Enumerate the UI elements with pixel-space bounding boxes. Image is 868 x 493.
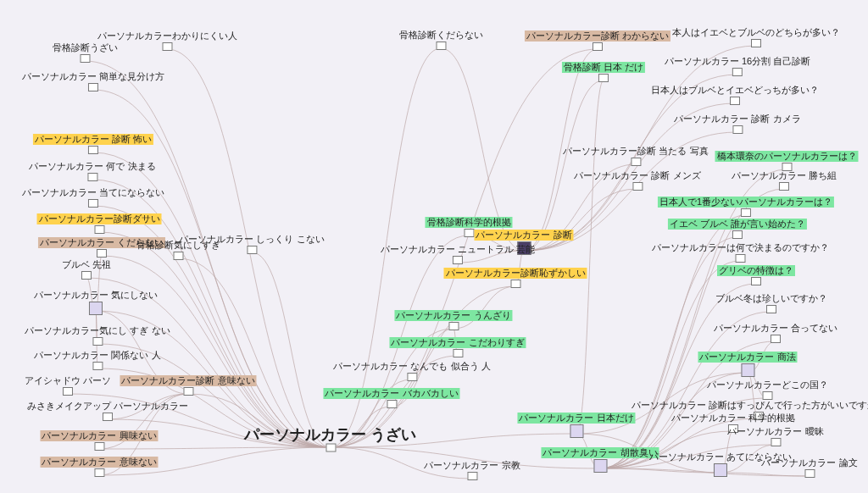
node-handle[interactable] (593, 42, 603, 51)
graph-node[interactable]: パーソナルカラー 16分割 自己診断 (663, 56, 812, 76)
graph-node[interactable]: パーソナルカラーは何で決まるのですか？ (650, 242, 831, 263)
graph-node[interactable]: パーソナルカラー 簡単な見分け方 (20, 71, 166, 91)
node-handle[interactable] (771, 438, 781, 446)
graph-node[interactable]: パーソナルカラー バカバカしい (323, 388, 459, 408)
graph-node[interactable]: 骨格診断 日本 だけ (562, 62, 645, 82)
graph-node[interactable]: パーソナルカラー気にし すぎ ない (23, 325, 171, 346)
node-handle[interactable] (510, 280, 520, 288)
graph-node[interactable]: ブルベ冬は珍しいですか？ (714, 293, 829, 313)
node-handle[interactable] (407, 373, 417, 381)
node-handle[interactable] (453, 349, 463, 357)
node-handle[interactable] (735, 254, 745, 263)
node-handle[interactable] (63, 387, 73, 396)
node-handle[interactable] (762, 391, 772, 400)
node-handle[interactable] (751, 277, 761, 285)
graph-node[interactable]: パーソナルカラー 論文 (760, 457, 859, 478)
graph-node[interactable]: パーソナルカラー 宗教 (422, 460, 521, 480)
node-handle[interactable] (779, 182, 789, 191)
graph-node[interactable]: パーソナルカラー うんざり (394, 310, 512, 330)
graph-node[interactable]: パーソナルカラー 気にしない (32, 290, 159, 315)
node-handle[interactable] (453, 256, 463, 264)
node-handle[interactable] (326, 444, 336, 452)
graph-node[interactable]: パーソナルカラー なんでも 似合う 人 (331, 361, 492, 381)
node-label: パーソナルカラー 16分割 自己診断 (663, 56, 812, 67)
node-handle[interactable] (162, 42, 172, 51)
node-handle[interactable] (631, 158, 641, 166)
node-handle[interactable] (183, 387, 193, 396)
node-handle[interactable] (103, 413, 113, 421)
node-handle[interactable] (570, 424, 583, 438)
node-handle[interactable] (80, 54, 90, 63)
graph-node[interactable]: パーソナルカラー診断ダサい (37, 213, 162, 234)
node-handle[interactable] (804, 469, 815, 478)
graph-node[interactable]: 骨格診断くだらない (398, 30, 485, 50)
graph-node[interactable]: パーソナルカラー 商法 (698, 352, 797, 377)
graph-node[interactable]: パーソナルカラー 意味ない (40, 457, 158, 477)
node-handle[interactable] (741, 208, 751, 217)
node-handle[interactable] (92, 362, 103, 370)
node-handle[interactable] (714, 463, 727, 477)
node-handle[interactable] (87, 173, 97, 181)
node-handle[interactable] (766, 305, 776, 313)
graph-node[interactable]: パーソナルカラー 興味ない (40, 430, 158, 451)
node-handle[interactable] (94, 225, 104, 234)
node-handle[interactable] (593, 459, 607, 473)
node-handle[interactable] (448, 322, 459, 330)
node-label: パーソナルカラー 診断 カメラ (672, 114, 802, 125)
graph-node[interactable]: パーソナルカラー 合ってない (712, 323, 839, 343)
graph-node[interactable]: 日本人はブルベとイエベどっちが多い？ (649, 85, 821, 105)
graph-node[interactable]: パーソナルカラー診断 当たる 写真 (561, 146, 709, 166)
graph-node[interactable]: パーソナルカラー 診断 怖い (33, 134, 153, 154)
node-handle[interactable] (771, 335, 781, 343)
node-handle[interactable] (730, 97, 740, 105)
graph-node[interactable]: パーソナルカラー 当てにならない (20, 187, 166, 208)
graph-node[interactable]: パーソナルカラー 何で 決まる (27, 161, 157, 181)
graph-node[interactable]: パーソナルカラー 曖昧 (726, 426, 825, 446)
node-handle[interactable] (464, 229, 474, 237)
graph-node[interactable]: パーソナルカラー しっくり こない (177, 234, 326, 254)
graph-node[interactable]: パーソナルカラー ニュートラル 芸能 (379, 244, 537, 264)
node-handle[interactable] (598, 74, 609, 82)
graph-node[interactable]: グリベの特徴は？ (717, 265, 795, 285)
node-handle[interactable] (467, 472, 477, 480)
graph-node[interactable]: パーソナルカラー 関係ない 人 (32, 350, 162, 370)
graph-node[interactable]: パーソナルカラー 勝ち組 (730, 170, 838, 191)
graph-node[interactable]: 本人はイエベとブルベのどちらが多い？ (670, 27, 842, 47)
node-label: パーソナルカラー 診断 怖い (33, 134, 153, 145)
graph-node[interactable]: パーソナルカラー 胡散臭い (541, 447, 659, 473)
node-handle[interactable] (89, 302, 103, 315)
node-handle[interactable] (732, 68, 743, 76)
graph-node[interactable]: パーソナルカラー こだわりすぎ (389, 337, 526, 357)
graph-node[interactable]: 日本人で1番少ないパーソナルカラーは？ (658, 197, 834, 217)
graph-node[interactable]: パーソナルカラー 日本だけ (517, 413, 635, 438)
graph-node[interactable]: パーソナルカラー診断恥ずかしい (444, 268, 587, 288)
graph-node[interactable]: ブルベ 先祖 (60, 259, 113, 280)
graph-node[interactable]: パーソナルカラーわかりにくい人 (96, 30, 239, 51)
graph-node[interactable]: 橋本環奈のパーソナルカラーは？ (715, 151, 859, 171)
node-handle[interactable] (94, 442, 104, 451)
node-handle[interactable] (741, 363, 754, 377)
graph-node[interactable]: パーソナルカラー診断 わからない (525, 30, 670, 51)
node-handle[interactable] (92, 337, 103, 346)
node-handle[interactable] (387, 400, 397, 408)
node-handle[interactable] (732, 125, 743, 134)
graph-node[interactable]: パーソナルカラー うざい (242, 426, 418, 452)
node-handle[interactable] (94, 468, 104, 477)
node-handle[interactable] (88, 199, 98, 208)
graph-node[interactable]: アイシャドウ パーソ (23, 375, 113, 396)
node-handle[interactable] (81, 271, 92, 280)
node-handle[interactable] (436, 42, 446, 50)
node-handle[interactable] (751, 39, 761, 47)
graph-node[interactable]: パーソナルカラー 診断 カメラ (672, 114, 802, 134)
node-handle[interactable] (732, 230, 743, 239)
graph-node[interactable]: パーソナルカラー診断 意味ない (120, 375, 256, 396)
graph-node[interactable]: パーソナルカラーどこの国？ (705, 379, 830, 400)
node-handle[interactable] (247, 246, 257, 254)
graph-node[interactable]: みさきメイクアップ パーソナルカラー (25, 401, 190, 421)
graph-node[interactable]: イエベ ブルベ 誰が言い始めた？ (668, 219, 807, 239)
node-handle[interactable] (97, 249, 107, 258)
node-handle[interactable] (88, 83, 98, 91)
graph-node[interactable]: パーソナルカラー 診断 メンズ (572, 170, 702, 191)
node-handle[interactable] (632, 182, 643, 191)
node-handle[interactable] (88, 146, 98, 154)
